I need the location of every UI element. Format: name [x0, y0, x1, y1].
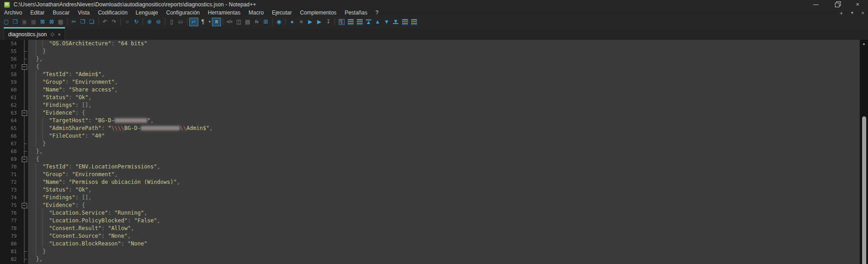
- toolbar-zoom-in-button[interactable]: ⊕: [145, 18, 153, 26]
- toolbar-plugin-compare-options-button[interactable]: [401, 18, 409, 26]
- toolbar-record-macro-button[interactable]: ●: [288, 18, 296, 26]
- close-tab-icon[interactable]: ×: [58, 32, 61, 37]
- toolbar-show-all-characters-button[interactable]: ¶: [199, 18, 207, 26]
- code-line: 69 {: [0, 155, 859, 163]
- toolbar-plugin-json-viewer-button[interactable]: 1: [337, 18, 345, 26]
- code-text: {: [28, 63, 859, 71]
- menu-items: ArchivoEditarBuscarVistaCodificaciónLeng…: [0, 9, 383, 17]
- toolbar-document-map-button[interactable]: ◫: [235, 18, 243, 26]
- toolbar-close-all-files-button[interactable]: ⊠: [48, 18, 56, 26]
- menu-item-item[interactable]: ?: [371, 9, 383, 17]
- menu-item-pesta-as[interactable]: Pestañas: [340, 9, 371, 17]
- toolbar-sync-vertical-scrolling-button[interactable]: ▯: [168, 18, 176, 26]
- menu-item-buscar[interactable]: Buscar: [48, 9, 73, 17]
- toolbar-plugin-compare-button[interactable]: [355, 18, 364, 26]
- fold-margin: [20, 232, 28, 240]
- tab-list-dropdown-button[interactable]: ▼: [847, 11, 858, 15]
- fold-margin: [20, 94, 28, 101]
- fold-margin: [20, 55, 28, 63]
- toolbar-save-all-button[interactable]: ▦: [29, 18, 38, 26]
- close-button[interactable]: ×: [847, 0, 868, 9]
- toolbar-open-file-button[interactable]: ❒: [11, 18, 19, 26]
- menu-item-vista[interactable]: Vista: [74, 9, 94, 17]
- fold-collapse-marker[interactable]: [20, 202, 28, 209]
- toolbar-close-file-button[interactable]: ⊠: [38, 18, 47, 26]
- toolbar-indent-guide-button[interactable]: ≡: [212, 18, 221, 26]
- toolbar-fx-list-button[interactable]: fx: [253, 18, 261, 26]
- toolbar-compare-nav-prev-button[interactable]: ▲: [374, 18, 382, 26]
- code-line: 61 "Status": "Ok",: [0, 94, 859, 101]
- code-text: "Evidence": {: [28, 202, 859, 209]
- fold-collapse-marker[interactable]: [20, 63, 28, 71]
- toolbar-save-macro-button[interactable]: ↧: [324, 18, 332, 26]
- toolbar-show-all-characters-dropdown-button[interactable]: ▾: [208, 18, 211, 26]
- menu-item-archivo[interactable]: Archivo: [0, 9, 26, 17]
- paste-icon: ❏: [90, 19, 95, 25]
- toolbar-folder-as-workspace-button[interactable]: ⊞: [262, 18, 270, 26]
- scrollbar-thumb[interactable]: [862, 116, 866, 264]
- toolbar-play-macro-button[interactable]: ▶: [306, 18, 314, 26]
- code-line: 71 "Group": "Environment",: [0, 171, 859, 178]
- menu-item-macro[interactable]: Macro: [245, 9, 268, 17]
- line-number: 74: [0, 194, 20, 202]
- sync-vertical-scrolling-icon: ▯: [170, 19, 173, 25]
- code-line: 82 },: [0, 255, 859, 263]
- line-number: 68: [0, 148, 20, 155]
- plugin-compare-nav-bar-icon: [411, 19, 417, 25]
- toolbar-find-button[interactable]: ○: [123, 18, 131, 26]
- restore-button[interactable]: [826, 0, 847, 9]
- toolbar-cut-button[interactable]: ✂: [70, 18, 78, 26]
- line-number: 63: [0, 109, 20, 117]
- toolbar-redo-button[interactable]: ↷: [110, 18, 118, 26]
- toolbar-compare-nav-next-button[interactable]: ▼: [383, 18, 391, 26]
- toolbar-compare-nav-first-button[interactable]: ▲: [364, 18, 373, 26]
- minimize-button[interactable]: —: [806, 0, 826, 9]
- toolbar-stop-macro-button[interactable]: ■: [297, 18, 305, 26]
- toolbar-paste-button[interactable]: ❏: [88, 18, 96, 26]
- code-line: 66 "FileCount": "40": [0, 132, 859, 140]
- toolbar-word-wrap-button[interactable]: ↵: [190, 18, 198, 26]
- toolbar-zoom-out-button[interactable]: ⊖: [154, 18, 163, 26]
- menu-item-configuraci-n[interactable]: Configuración: [162, 9, 204, 17]
- fold-margin: [20, 163, 28, 171]
- fold-collapse-marker[interactable]: [20, 109, 28, 117]
- toolbar-plugin-compare-set-first-button[interactable]: [346, 18, 355, 26]
- close-tab-button[interactable]: ×: [858, 10, 868, 16]
- menu-item-herramientas[interactable]: Herramientas: [204, 9, 245, 17]
- toolbar-undo-button[interactable]: ↶: [101, 18, 109, 26]
- line-number: 59: [0, 78, 20, 86]
- vertical-scrollbar[interactable]: ▲: [859, 40, 868, 264]
- new-tab-button[interactable]: +: [836, 10, 847, 17]
- menu-item-complementos[interactable]: Complementos: [296, 9, 340, 17]
- menu-item-lenguaje[interactable]: Lenguaje: [132, 9, 162, 17]
- indent-guide-icon: ≡: [215, 19, 218, 25]
- window-title: C:\Users\JonathanAndresNieves\Downloads\…: [14, 1, 256, 8]
- toolbar-compare-nav-last-button[interactable]: ▼: [392, 18, 400, 26]
- toolbar-run-macro-multiple-times-button[interactable]: ▶: [315, 18, 323, 26]
- toolbar-plugin-compare-nav-bar-button[interactable]: [410, 18, 418, 26]
- menu-item-editar[interactable]: Editar: [26, 9, 48, 17]
- pin-tab-icon[interactable]: ◇: [50, 31, 54, 37]
- toolbar-print-button[interactable]: ▤: [57, 18, 65, 26]
- code-text: "OS.OSArchitecture": "64 bits": [28, 40, 859, 48]
- tab-diagnostics-json[interactable]: diagnostics.json ◇ ×: [4, 27, 65, 40]
- code-line: 60 "Name": "Share access",: [0, 86, 859, 94]
- code-line: 76 "Location.Service": "Running",: [0, 209, 859, 217]
- toolbar-user-defined-language-button[interactable]: </>: [225, 18, 234, 26]
- toolbar-save-button[interactable]: ▣: [20, 18, 29, 26]
- menu-item-ejecutar[interactable]: Ejecutar: [268, 9, 296, 17]
- toolbar-copy-button[interactable]: ❐: [79, 18, 87, 26]
- toolbar-function-list-button[interactable]: ▤: [244, 18, 252, 26]
- toolbar-replace-button[interactable]: ↻: [132, 18, 140, 26]
- toolbar-new-file-button[interactable]: ▢: [2, 18, 10, 26]
- code-text: "Name": "Permisos de ubicación (Windows)…: [28, 178, 859, 186]
- scrollbar-up-arrow[interactable]: ▲: [860, 40, 868, 47]
- toolbar-separator: [335, 19, 335, 25]
- toolbar-file-monitoring-button[interactable]: ◉: [275, 18, 283, 26]
- toolbar-sync-horizontal-scrolling-button[interactable]: ▭: [177, 18, 185, 26]
- fold-collapse-marker[interactable]: [20, 155, 28, 163]
- line-number: 67: [0, 140, 20, 148]
- menu-item-codificaci-n[interactable]: Codificación: [94, 9, 131, 17]
- code-line: 58 "TestId": "Admin$",: [0, 71, 859, 78]
- editor-area[interactable]: 54 "OS.OSArchitecture": "64 bits"55 }56 …: [0, 40, 868, 264]
